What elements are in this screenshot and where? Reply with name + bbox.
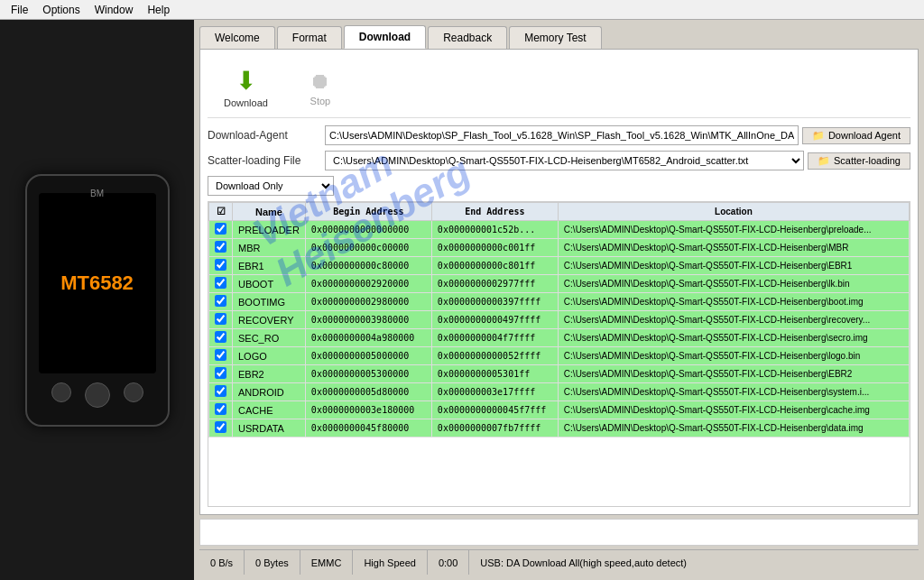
row-location-1: C:\Users\ADMIN\Desktop\Q-Smart-QS550T-FI… xyxy=(558,239,909,257)
phone-home-button xyxy=(85,382,110,408)
phone-back-button xyxy=(51,382,71,402)
stop-circle-icon: ⏺ xyxy=(310,69,331,94)
row-name-3: UBOOT xyxy=(233,275,306,293)
row-end-0: 0x000000001c52b... xyxy=(431,221,558,239)
checkbox-1[interactable] xyxy=(215,241,226,253)
menu-window[interactable]: Window xyxy=(88,2,141,18)
row-begin-0: 0x0000000000000000 xyxy=(305,221,431,239)
status-message: USB: DA Download All(high speed,auto det… xyxy=(469,550,919,575)
row-end-8: 0x0000000005301ff xyxy=(431,365,558,383)
phone-brand-label: BM xyxy=(90,189,104,198)
download-button[interactable]: ⬇ Download xyxy=(217,62,275,112)
row-checkbox-10[interactable] xyxy=(209,401,233,419)
checkbox-9[interactable] xyxy=(215,385,226,397)
table-row: BOOTIMG 0x0000000002980000 0x00000000003… xyxy=(209,293,910,311)
status-storage: EMMC xyxy=(300,550,354,575)
menu-help[interactable]: Help xyxy=(140,2,177,18)
scatter-btn-label: Scatter-loading xyxy=(834,155,901,166)
download-agent-button[interactable]: 📁 Download Agent xyxy=(802,127,910,144)
download-agent-label: Download-Agent xyxy=(208,129,325,142)
menu-file[interactable]: File xyxy=(4,2,35,18)
row-checkbox-2[interactable] xyxy=(209,257,233,275)
col-header-check: ☑ xyxy=(209,203,233,221)
checkbox-3[interactable] xyxy=(215,277,226,289)
row-end-2: 0x0000000000c801ff xyxy=(431,257,558,275)
status-bandwidth: High Speed xyxy=(353,550,428,575)
row-name-6: SEC_RO xyxy=(233,329,306,347)
row-location-2: C:\Users\ADMIN\Desktop\Q-Smart-QS550T-FI… xyxy=(558,257,909,275)
phone-screen: MT6582 xyxy=(39,193,156,373)
row-checkbox-4[interactable] xyxy=(209,293,233,311)
row-checkbox-8[interactable] xyxy=(209,365,233,383)
table-row: RECOVERY 0x0000000003980000 0x0000000000… xyxy=(209,311,910,329)
download-agent-row: Download-Agent 📁 Download Agent xyxy=(208,125,910,145)
row-begin-5: 0x0000000003980000 xyxy=(305,311,431,329)
row-location-3: C:\Users\ADMIN\Desktop\Q-Smart-QS550T-FI… xyxy=(558,275,909,293)
phone-device: BM MT6582 xyxy=(25,174,170,427)
row-location-4: C:\Users\ADMIN\Desktop\Q-Smart-QS550T-FI… xyxy=(558,293,909,311)
row-name-0: PRELOADER xyxy=(233,221,306,239)
row-name-8: EBR2 xyxy=(233,365,306,383)
menu-options[interactable]: Options xyxy=(35,2,87,18)
stop-button[interactable]: ⏺ Stop xyxy=(302,65,338,110)
row-begin-4: 0x0000000002980000 xyxy=(305,293,431,311)
table-row: PRELOADER 0x0000000000000000 0x000000001… xyxy=(209,221,910,239)
row-checkbox-0[interactable] xyxy=(209,221,233,239)
col-header-begin: Begin Address xyxy=(305,203,431,221)
row-begin-9: 0x0000000005d80000 xyxy=(305,383,431,401)
row-name-2: EBR1 xyxy=(233,257,306,275)
scatter-loading-button[interactable]: 📁 Scatter-loading xyxy=(808,152,910,170)
row-end-6: 0x0000000004f7ffff xyxy=(431,329,558,347)
checkbox-2[interactable] xyxy=(215,259,226,271)
row-location-8: C:\Users\ADMIN\Desktop\Q-Smart-QS550T-FI… xyxy=(558,365,909,383)
row-location-9: C:\Users\ADMIN\Desktop\Q-Smart-QS550T-FI… xyxy=(558,383,909,401)
scatter-path-select[interactable]: C:\Users\ADMIN\Desktop\Q-Smart-QS550T-FI… xyxy=(325,151,804,170)
stop-label: Stop xyxy=(310,96,331,106)
checkbox-7[interactable] xyxy=(215,349,226,361)
download-mode-row: Download Only Firmware Upgrade Format Al… xyxy=(208,176,910,196)
tab-readback[interactable]: Readback xyxy=(428,26,507,49)
row-checkbox-7[interactable] xyxy=(209,347,233,365)
download-mode-select[interactable]: Download Only Firmware Upgrade Format Al… xyxy=(208,176,334,196)
partition-table-container: ☑ Name Begin Address End Address Locatio… xyxy=(208,201,910,507)
toolbar: ⬇ Download ⏺ Stop xyxy=(208,57,910,118)
tab-format[interactable]: Format xyxy=(277,26,342,49)
row-name-9: ANDROID xyxy=(233,383,306,401)
row-checkbox-9[interactable] xyxy=(209,383,233,401)
status-bar: 0 B/s 0 Bytes EMMC High Speed 0:00 USB: … xyxy=(199,549,919,575)
checkbox-4[interactable] xyxy=(215,295,226,307)
tab-memory-test[interactable]: Memory Test xyxy=(509,26,601,49)
row-checkbox-5[interactable] xyxy=(209,311,233,329)
scatter-folder-icon: 📁 xyxy=(818,155,830,167)
checkbox-11[interactable] xyxy=(215,421,226,433)
checkbox-5[interactable] xyxy=(215,313,226,325)
row-begin-1: 0x0000000000c00000 xyxy=(305,239,431,257)
tab-download[interactable]: Download xyxy=(344,25,426,49)
checkbox-6[interactable] xyxy=(215,331,226,343)
table-row: LOGO 0x0000000005000000 0x0000000000052f… xyxy=(209,347,910,365)
table-row: CACHE 0x0000000003e180000 0x000000000004… xyxy=(209,401,910,419)
download-arrow-icon: ⬇ xyxy=(236,66,256,96)
row-name-5: RECOVERY xyxy=(233,311,306,329)
col-header-end: End Address xyxy=(431,203,558,221)
row-end-4: 0x0000000000397ffff xyxy=(431,293,558,311)
status-time: 0:00 xyxy=(428,550,469,575)
row-checkbox-11[interactable] xyxy=(209,419,233,437)
status-bytes: 0 Bytes xyxy=(245,550,300,575)
checkbox-0[interactable] xyxy=(215,223,226,235)
table-row: MBR 0x0000000000c00000 0x0000000000c001f… xyxy=(209,239,910,257)
row-end-9: 0x000000003e17ffff xyxy=(431,383,558,401)
row-begin-2: 0x0000000000c80000 xyxy=(305,257,431,275)
scatter-loading-row: Scatter-loading File C:\Users\ADMIN\Desk… xyxy=(208,151,910,170)
row-checkbox-3[interactable] xyxy=(209,275,233,293)
checkbox-10[interactable] xyxy=(215,403,226,415)
download-agent-input[interactable] xyxy=(325,125,799,145)
phone-model-label: MT6582 xyxy=(60,272,134,295)
row-checkbox-1[interactable] xyxy=(209,239,233,257)
col-header-name: Name xyxy=(233,203,306,221)
row-location-0: C:\Users\ADMIN\Desktop\Q-Smart-QS550T-FI… xyxy=(558,221,909,239)
row-location-10: C:\Users\ADMIN\Desktop\Q-Smart-QS550T-FI… xyxy=(558,401,909,419)
tab-welcome[interactable]: Welcome xyxy=(199,26,275,49)
checkbox-8[interactable] xyxy=(215,367,226,379)
row-checkbox-6[interactable] xyxy=(209,329,233,347)
